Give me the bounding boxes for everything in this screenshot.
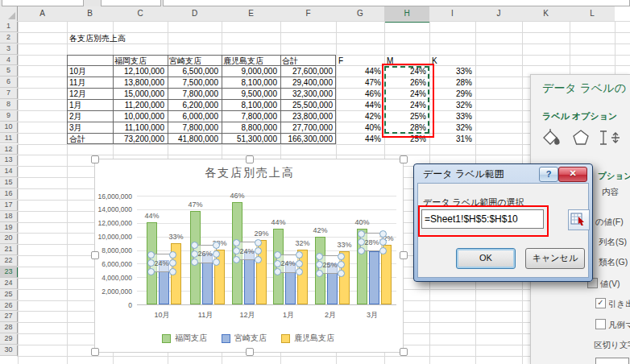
- row-header-5[interactable]: 5: [0, 65, 18, 77]
- pane-checkbox-series-name-label[interactable]: 列名(S): [599, 237, 627, 248]
- row-header-4[interactable]: 4: [0, 55, 18, 66]
- row-header-21[interactable]: 21: [0, 244, 18, 255]
- column-header-c[interactable]: C: [113, 6, 168, 22]
- row-header-27[interactable]: 27: [0, 311, 18, 322]
- column-header-g[interactable]: G: [336, 6, 384, 22]
- selected-data-label[interactable]: 25%: [318, 255, 342, 274]
- label-selection-handle[interactable]: [379, 230, 387, 238]
- label-selection-handle[interactable]: [296, 268, 303, 275]
- table-cell[interactable]: 44%: [338, 134, 381, 144]
- table-cell[interactable]: 33%: [432, 66, 472, 77]
- column-header-f[interactable]: F: [280, 6, 336, 22]
- data-label-福岡支店[interactable]: 42%: [309, 226, 333, 234]
- selected-data-label[interactable]: 24%: [276, 254, 300, 273]
- row-header-13[interactable]: 13: [0, 155, 18, 166]
- row-header-10[interactable]: 10: [0, 122, 18, 133]
- label-selection-handle[interactable]: [274, 260, 281, 267]
- data-label-福岡支店[interactable]: 44%: [267, 218, 291, 226]
- table-cell[interactable]: 31%: [432, 134, 472, 144]
- dialog-close-button[interactable]: ✕: [558, 167, 587, 182]
- label-selection-handle[interactable]: [213, 259, 220, 266]
- table-row-label[interactable]: 2月: [69, 111, 82, 122]
- table-header-cell[interactable]: 福岡支店: [114, 56, 147, 66]
- table-cell[interactable]: 15,000,000: [114, 89, 164, 99]
- pane-checkbox-legend-marker-label[interactable]: 凡例マーカー: [608, 320, 630, 331]
- table-row-label[interactable]: 12月: [69, 89, 86, 99]
- row-header-7[interactable]: 7: [0, 88, 18, 99]
- legend-marker-checkbox[interactable]: [595, 319, 606, 329]
- table-header-cell[interactable]: 宮崎支店: [169, 56, 201, 66]
- label-selection-handle[interactable]: [358, 238, 365, 246]
- cancel-button[interactable]: キャンセル: [525, 248, 585, 269]
- row-header-26[interactable]: 26: [0, 300, 18, 312]
- label-selection-handle[interactable]: [213, 242, 220, 249]
- column-header-e[interactable]: E: [222, 6, 280, 22]
- chart-selection-handle[interactable]: [91, 348, 99, 356]
- label-selection-handle[interactable]: [169, 251, 176, 259]
- chart-title[interactable]: 各支店別売上高: [161, 166, 338, 180]
- table-cell[interactable]: 40%: [338, 122, 381, 133]
- table-row-label[interactable]: 10月: [69, 66, 86, 77]
- label-selection-handle[interactable]: [233, 247, 240, 254]
- selected-data-label[interactable]: 28%: [360, 233, 383, 251]
- row-header-25[interactable]: 25: [0, 289, 18, 300]
- table-cell[interactable]: 44%: [338, 66, 381, 77]
- pane-fragment-options[interactable]: プション: [598, 171, 630, 182]
- pane-checkbox-category-name-label[interactable]: 類名(G): [599, 257, 628, 268]
- ratio-header-cell[interactable]: F: [338, 56, 343, 66]
- select-all-corner[interactable]: [0, 6, 18, 22]
- label-selection-handle[interactable]: [316, 270, 323, 277]
- table-cell[interactable]: 7,800,000: [223, 111, 277, 122]
- table-cell[interactable]: 166,300,000: [282, 134, 333, 144]
- table-cell[interactable]: 7,500,000: [169, 77, 218, 88]
- table-cell[interactable]: 32%: [432, 122, 472, 133]
- table-cell[interactable]: 7,800,000: [169, 89, 218, 99]
- label-selection-handle[interactable]: [296, 260, 303, 267]
- sheet-title-cell[interactable]: 各支店別売上高: [69, 33, 126, 43]
- data-label-鹿児島支店[interactable]: 29%: [250, 230, 274, 238]
- table-cell[interactable]: 29,400,000: [282, 77, 333, 88]
- row-header-8[interactable]: 8: [0, 99, 18, 110]
- data-label-鹿児島支店[interactable]: 33%: [333, 241, 357, 249]
- data-label-鹿児島支店[interactable]: 33%: [164, 233, 189, 241]
- row-header-29[interactable]: 29: [0, 333, 18, 345]
- table-cell[interactable]: 32,300,000: [282, 89, 333, 99]
- table-cell[interactable]: 27,700,000: [282, 122, 333, 133]
- row-header-12[interactable]: 12: [0, 144, 18, 155]
- label-selection-handle[interactable]: [169, 268, 176, 275]
- chart-selection-handle[interactable]: [400, 155, 408, 163]
- data-label-福岡支店[interactable]: 47%: [184, 201, 208, 209]
- table-cell[interactable]: 33%: [432, 111, 472, 122]
- pane-checkbox-cell-value-label[interactable]: の値(F): [595, 217, 624, 228]
- label-selection-handle[interactable]: [255, 239, 262, 246]
- selected-data-label[interactable]: 24%: [150, 254, 173, 272]
- row-header-2[interactable]: 2: [0, 32, 18, 43]
- column-header-d[interactable]: D: [168, 6, 222, 22]
- name-box[interactable]: [2, 0, 84, 6]
- row-header-23[interactable]: 23: [0, 267, 19, 278]
- row-header-3[interactable]: 3: [0, 43, 18, 55]
- data-label-福岡支店[interactable]: 40%: [350, 218, 375, 226]
- table-cell[interactable]: 9,500,000: [223, 89, 277, 99]
- selected-data-label[interactable]: 26%: [193, 245, 217, 263]
- table-cell[interactable]: 8,800,000: [223, 122, 277, 133]
- pane-checkbox-value-label[interactable]: 値(V): [600, 279, 620, 290]
- data-label-鹿児島支店[interactable]: 32%: [291, 239, 315, 247]
- table-cell[interactable]: 23,800,000: [282, 111, 333, 122]
- label-selection-handle[interactable]: [338, 270, 345, 277]
- label-selection-handle[interactable]: [213, 250, 220, 258]
- table-cell[interactable]: 11,200,000: [114, 100, 164, 110]
- label-selection-handle[interactable]: [358, 247, 365, 254]
- table-row-label[interactable]: 1月: [69, 100, 82, 110]
- label-selection-handle[interactable]: [191, 250, 198, 258]
- label-selection-handle[interactable]: [233, 239, 240, 246]
- table-cell[interactable]: 7,800,000: [169, 122, 218, 133]
- leader-lines-checkbox[interactable]: ✓: [595, 298, 606, 308]
- pane-section-label-options[interactable]: ラベル オプション: [542, 110, 617, 122]
- label-selection-handle[interactable]: [316, 261, 323, 268]
- data-label-福岡支店[interactable]: 44%: [140, 212, 164, 220]
- row-header-9[interactable]: 9: [0, 110, 18, 122]
- range-picker-button[interactable]: [568, 209, 590, 230]
- table-cell[interactable]: 32%: [432, 100, 472, 110]
- label-selection-handle[interactable]: [233, 256, 240, 263]
